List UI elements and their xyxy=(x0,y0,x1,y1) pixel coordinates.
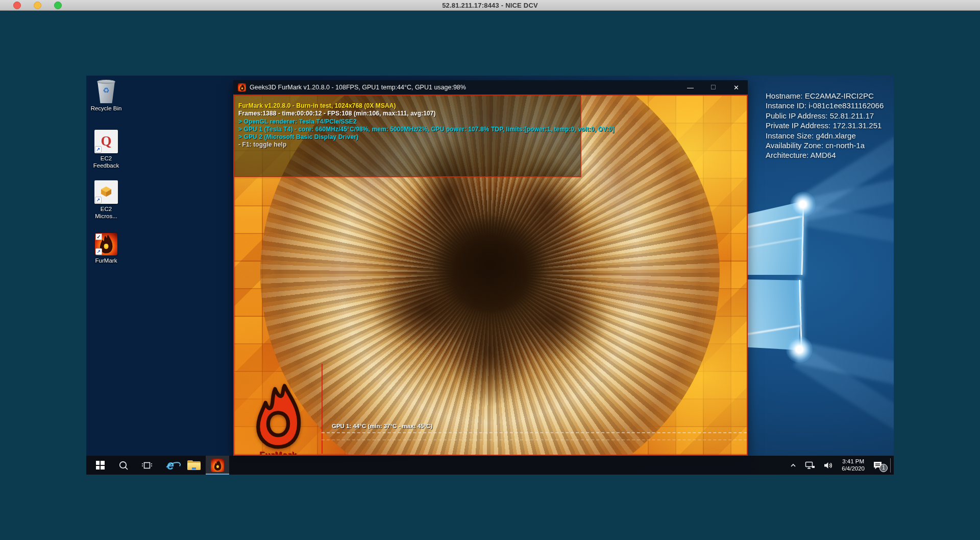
shortcut-arrow-icon: ↗ xyxy=(95,197,102,203)
desktop-icon-recycle-bin[interactable]: ♻ Recycle Bin xyxy=(86,80,126,112)
minimize-button[interactable]: — xyxy=(679,80,702,95)
maximize-button[interactable]: ☐ xyxy=(702,80,725,95)
chevron-up-icon xyxy=(789,461,797,469)
shortcut-arrow-icon: ↗ xyxy=(95,248,102,255)
furmark-logo: FurMark xyxy=(250,384,307,456)
instance-info-line: Hostname: EC2AMAZ-IRCI2PC xyxy=(766,91,893,101)
task-view-button[interactable] xyxy=(135,456,159,475)
osd-line: > OpenGL renderer: Tesla T4/PCIe/SSE2 xyxy=(238,118,580,126)
volume-icon xyxy=(823,461,834,470)
screen: 52.81.211.17:8443 - NICE DCV ♻ Recycle B… xyxy=(0,0,980,540)
clock-date: 6/4/2020 xyxy=(842,465,865,473)
selection-checkbox[interactable]: ✓ xyxy=(95,233,102,240)
instance-info-line: Public IP Address: 52.81.211.17 xyxy=(766,111,893,121)
search-button[interactable] xyxy=(112,456,135,475)
action-center-button[interactable]: 1 xyxy=(869,456,887,475)
desktop-icon-ec2-feedback[interactable]: Q ↗ EC2 Feedback xyxy=(86,130,126,169)
start-button[interactable] xyxy=(88,456,112,475)
gpu-temp-label: GPU 1: 44°C (min: 37°C - max: 45°C) xyxy=(332,423,432,429)
mac-zoom-button[interactable] xyxy=(54,2,62,9)
windows-logo-glow xyxy=(786,336,813,363)
window-icon xyxy=(238,83,246,91)
recycle-glyph: ♻ xyxy=(96,86,116,95)
taskbar: e xyxy=(86,456,894,475)
temp-graph-max-line xyxy=(322,432,747,433)
close-button[interactable]: ✕ xyxy=(725,80,748,95)
instance-info-line: Instance ID: i-081c1ee8311162066 xyxy=(766,101,893,110)
volume-button[interactable] xyxy=(819,456,838,475)
osd-line: FurMark v1.20.8.0 - Burn-in test, 1024x7… xyxy=(238,102,580,110)
ec2-microsoft-icon: ↗ xyxy=(94,180,118,204)
task-view-icon xyxy=(141,460,153,471)
wallpaper-light-ray xyxy=(801,203,894,275)
file-explorer-icon xyxy=(187,460,201,470)
icon-label: Micros... xyxy=(86,213,126,220)
desktop-icon-furmark[interactable]: ✓ ↗ FurMark xyxy=(86,233,126,265)
file-explorer-button[interactable] xyxy=(182,456,206,475)
mac-titlebar[interactable]: 52.81.211.17:8443 - NICE DCV xyxy=(0,0,980,11)
instance-info-line: Private IP Address: 172.31.31.251 xyxy=(766,121,893,130)
recycle-bin-icon: ♻ xyxy=(96,80,116,103)
mac-minimize-button[interactable] xyxy=(34,2,41,9)
tray-chevron-button[interactable] xyxy=(786,456,801,475)
internet-explorer-button[interactable]: e xyxy=(159,456,182,475)
icon-label: Feedback xyxy=(86,162,126,170)
instance-info-line: Availability Zone: cn-north-1a xyxy=(766,140,893,150)
furmark-logo-text: FurMark xyxy=(250,450,307,456)
ec2-feedback-icon: Q ↗ xyxy=(94,130,118,153)
mac-window-title: 52.81.211.17:8443 - NICE DCV xyxy=(442,2,538,9)
instance-info-line: Architecture: AMD64 xyxy=(766,150,893,160)
shortcut-arrow-icon: ↗ xyxy=(95,146,102,153)
remote-desktop: ♻ Recycle Bin Q ↗ EC2 Feedback ↗ xyxy=(86,76,894,475)
osd-overlay: FurMark v1.20.8.0 - Burn-in test, 1024x7… xyxy=(234,96,581,177)
osd-line: Frames:1388 - time:00:00:12 - FPS:108 (m… xyxy=(238,110,580,118)
furmark-render-area: FurMark v1.20.8.0 - Burn-in test, 1024x7… xyxy=(233,95,748,456)
notification-badge: 1 xyxy=(879,464,888,472)
osd-line: > GPU 2 (Microsoft Basic Display Driver) xyxy=(238,133,580,141)
taskbar-clock[interactable]: 3:41 PM 6/4/2020 xyxy=(838,458,869,472)
windows-logo-glow xyxy=(790,192,816,217)
windows-logo-icon xyxy=(96,461,105,469)
furmark-window: Geeks3D FurMark v1.20.8.0 - 108FPS, GPU1… xyxy=(233,80,748,456)
furmark-titlebar[interactable]: Geeks3D FurMark v1.20.8.0 - 108FPS, GPU1… xyxy=(233,80,748,95)
q-letter: Q xyxy=(101,133,111,149)
show-desktop-button[interactable] xyxy=(890,458,891,473)
mac-close-button[interactable] xyxy=(13,2,21,9)
instance-info: Hostname: EC2AMAZ-IRCI2PC Instance ID: i… xyxy=(766,91,893,160)
internet-explorer-icon: e xyxy=(167,459,174,472)
osd-line: - F1: toggle help xyxy=(238,141,580,149)
icon-label: FurMark xyxy=(86,257,126,265)
cube-icon xyxy=(101,186,112,197)
temp-graph-min-line xyxy=(322,439,747,440)
icon-label: Recycle Bin xyxy=(86,105,126,112)
search-icon xyxy=(118,460,129,471)
system-tray: 3:41 PM 6/4/2020 1 xyxy=(786,456,891,475)
instance-info-line: Instance Size: g4dn.xlarge xyxy=(766,131,893,140)
furmark-taskbar-icon xyxy=(211,459,224,472)
furmark-icon: ✓ ↗ xyxy=(95,233,117,255)
osd-line: > GPU 1 (Tesla T4) - core: 660MHz/45°C/9… xyxy=(238,126,580,133)
network-icon xyxy=(804,461,816,470)
network-button[interactable] xyxy=(801,456,819,475)
icon-label: EC2 xyxy=(86,155,126,162)
desktop-icon-ec2-microsoft[interactable]: ↗ EC2 Micros... xyxy=(86,180,126,220)
icon-label: EC2 xyxy=(86,206,126,213)
furmark-taskbar-button[interactable] xyxy=(206,456,229,475)
clock-time: 3:41 PM xyxy=(842,458,865,465)
window-title: Geeks3D FurMark v1.20.8.0 - 108FPS, GPU1… xyxy=(250,84,466,91)
